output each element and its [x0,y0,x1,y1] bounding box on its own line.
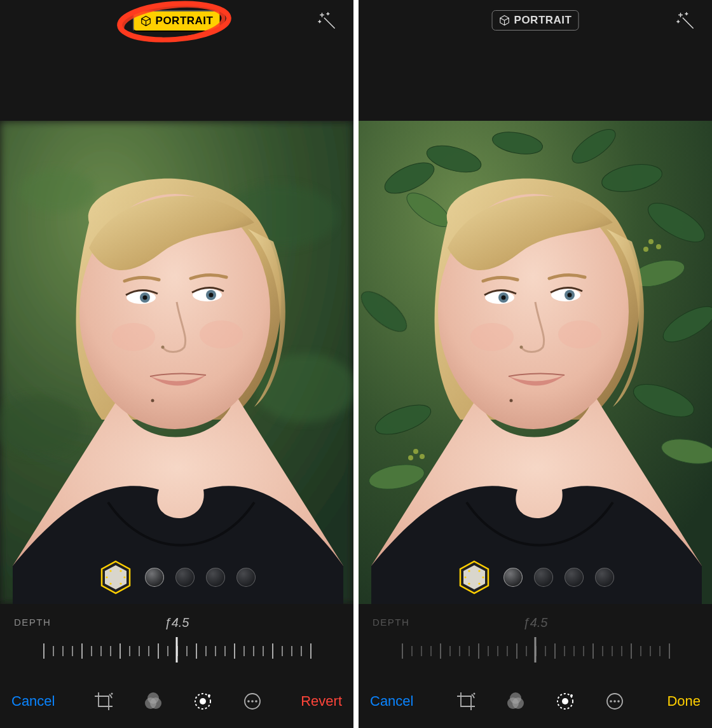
svg-point-53 [656,244,661,249]
svg-point-35 [251,700,254,703]
cube-icon [499,15,510,26]
svg-point-26 [111,692,113,694]
depth-label: DEPTH [14,617,51,628]
photo-content [359,121,712,604]
svg-point-31 [200,698,206,704]
svg-point-14 [161,346,165,349]
svg-point-64 [568,293,572,298]
svg-point-73 [464,576,466,578]
svg-point-22 [106,576,107,578]
adjust-icon[interactable] [554,690,576,712]
done-button[interactable]: Done [667,693,701,710]
editor-panel-left: PORTRAIT [0,0,353,728]
svg-point-61 [502,296,506,300]
filters-icon[interactable] [505,690,526,712]
lighting-natural-icon[interactable] [98,560,134,595]
portrait-label: PORTRAIT [514,14,572,27]
depth-slider [402,640,669,665]
lighting-option-icon[interactable] [503,568,523,587]
svg-point-17 [151,399,154,402]
cancel-button[interactable]: Cancel [11,693,55,710]
portrait-lighting-strip[interactable] [359,558,712,596]
auto-enhance-wand-icon[interactable] [317,11,336,30]
lighting-option-icon[interactable] [206,568,225,587]
svg-point-52 [648,239,654,244]
svg-point-68 [510,399,513,402]
bottom-toolbar: Cancel Revert [0,674,353,728]
svg-point-76 [478,582,480,584]
editor-panel-right: PORTRAIT [359,0,712,728]
photo-preview[interactable] [0,121,353,604]
revert-button[interactable]: Revert [301,693,342,710]
svg-point-15 [112,323,155,351]
svg-point-34 [247,700,250,703]
portrait-label: PORTRAIT [156,15,214,27]
portrait-toggle[interactable]: PORTRAIT [133,10,221,32]
svg-point-20 [109,570,111,572]
topbar: PORTRAIT [359,0,712,121]
svg-point-85 [610,700,612,703]
depth-value: ƒ4.5 [523,615,548,630]
svg-point-25 [120,582,121,584]
lighting-natural-icon[interactable] [456,560,492,595]
svg-point-5 [254,354,353,422]
svg-point-71 [468,570,470,572]
svg-point-86 [613,700,616,703]
lighting-option-icon[interactable] [175,568,195,587]
adjust-icon[interactable] [192,690,214,712]
panel-divider [353,0,359,728]
cancel-button[interactable]: Cancel [370,693,413,710]
svg-point-13 [209,293,214,298]
svg-point-66 [470,323,514,351]
svg-point-23 [123,576,125,578]
cube-icon [140,15,152,27]
svg-point-10 [143,296,147,300]
depth-value: ƒ4.5 [165,615,189,630]
lighting-option-icon[interactable] [534,568,553,587]
crop-icon[interactable] [93,690,114,712]
svg-point-75 [468,582,470,584]
svg-point-57 [408,455,413,460]
svg-point-3 [19,169,95,212]
svg-point-65 [520,346,523,349]
lighting-option-icon[interactable] [565,568,584,587]
lighting-option-icon[interactable] [145,568,164,587]
portrait-toggle[interactable]: PORTRAIT [492,10,579,31]
svg-point-87 [617,700,620,703]
portrait-lighting-strip[interactable] [0,558,353,596]
filters-icon[interactable] [142,690,164,712]
depth-control: DEPTH ƒ4.5 [359,604,712,674]
more-icon[interactable] [604,690,626,712]
photo-content [0,121,353,604]
depth-control[interactable]: DEPTH ƒ4.5 [0,604,353,674]
lighting-option-icon[interactable] [236,568,256,587]
photo-preview[interactable] [359,121,712,604]
svg-point-72 [478,570,480,572]
auto-enhance-wand-icon[interactable] [676,11,695,30]
svg-point-67 [558,320,601,348]
svg-point-36 [255,700,257,703]
lighting-option-icon[interactable] [595,568,614,587]
svg-point-21 [120,570,121,572]
bottom-toolbar: Cancel Done [359,674,712,728]
svg-point-16 [200,320,243,348]
more-icon[interactable] [242,690,263,712]
svg-point-80 [510,692,521,704]
depth-slider[interactable] [43,640,310,665]
svg-point-29 [147,692,159,704]
svg-point-74 [482,576,484,578]
svg-point-54 [643,247,648,252]
svg-point-77 [473,692,475,694]
svg-point-55 [413,449,418,454]
svg-point-82 [562,698,568,704]
crop-icon[interactable] [455,690,477,712]
svg-point-32 [208,694,210,697]
svg-point-83 [570,694,573,697]
depth-label: DEPTH [373,617,409,628]
svg-point-56 [420,454,425,459]
topbar: PORTRAIT [0,0,353,121]
svg-point-24 [109,582,111,584]
